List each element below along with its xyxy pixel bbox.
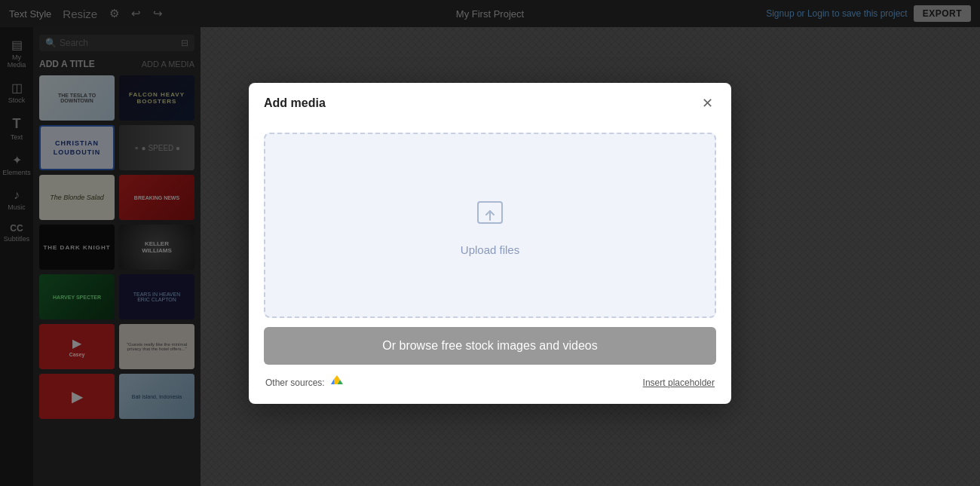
other-sources-label: Other sources: bbox=[265, 377, 325, 388]
modal-overlay[interactable]: Add media ✕ Upload files Or browse free … bbox=[0, 0, 980, 486]
other-sources: Other sources: Insert placeholder bbox=[264, 374, 716, 392]
other-sources-left: Other sources: bbox=[265, 374, 345, 392]
upload-icon bbox=[472, 194, 508, 237]
modal-close-button[interactable]: ✕ bbox=[699, 95, 716, 112]
upload-area[interactable]: Upload files bbox=[264, 133, 716, 318]
insert-placeholder-link[interactable]: Insert placeholder bbox=[643, 377, 715, 388]
upload-text: Upload files bbox=[461, 243, 519, 256]
browse-stock-button[interactable]: Or browse free stock images and videos bbox=[264, 327, 716, 365]
add-media-modal: Add media ✕ Upload files Or browse free … bbox=[249, 83, 731, 404]
modal-header: Add media ✕ bbox=[249, 83, 731, 121]
modal-body: Upload files Or browse free stock images… bbox=[249, 121, 731, 404]
modal-title: Add media bbox=[264, 96, 326, 110]
google-drive-icon[interactable] bbox=[329, 374, 345, 392]
